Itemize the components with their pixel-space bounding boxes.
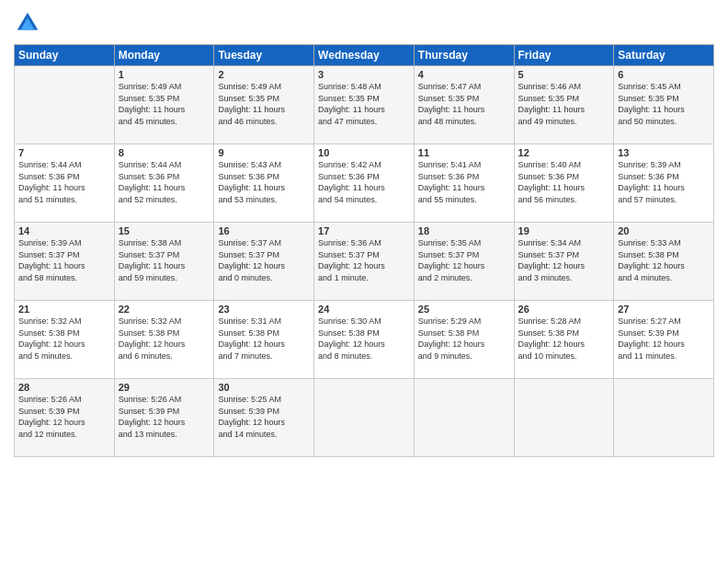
day-number: 2 xyxy=(218,69,310,80)
day-info: Sunrise: 5:29 AM Sunset: 5:38 PM Dayligh… xyxy=(418,316,510,362)
day-cell xyxy=(514,379,614,457)
day-number: 22 xyxy=(119,304,210,315)
calendar-table: SundayMondayTuesdayWednesdayThursdayFrid… xyxy=(14,44,714,457)
day-cell: 14Sunrise: 5:39 AM Sunset: 5:37 PM Dayli… xyxy=(15,223,115,301)
day-cell: 15Sunrise: 5:38 AM Sunset: 5:37 PM Dayli… xyxy=(114,223,214,301)
day-number: 21 xyxy=(18,304,110,315)
day-number: 12 xyxy=(518,147,610,158)
day-info: Sunrise: 5:42 AM Sunset: 5:36 PM Dayligh… xyxy=(318,159,410,205)
day-number: 25 xyxy=(418,304,510,315)
header-cell-monday: Monday xyxy=(114,45,214,66)
day-info: Sunrise: 5:25 AM Sunset: 5:39 PM Dayligh… xyxy=(218,394,310,440)
day-cell xyxy=(15,66,115,144)
day-cell: 18Sunrise: 5:35 AM Sunset: 5:37 PM Dayli… xyxy=(414,223,514,301)
day-cell: 7Sunrise: 5:44 AM Sunset: 5:36 PM Daylig… xyxy=(15,144,115,223)
day-info: Sunrise: 5:43 AM Sunset: 5:36 PM Dayligh… xyxy=(218,159,310,205)
header xyxy=(14,9,714,37)
day-info: Sunrise: 5:32 AM Sunset: 5:38 PM Dayligh… xyxy=(119,316,210,362)
day-number: 7 xyxy=(18,147,110,158)
day-number: 10 xyxy=(318,147,410,158)
day-number: 26 xyxy=(518,304,610,315)
day-info: Sunrise: 5:27 AM Sunset: 5:39 PM Dayligh… xyxy=(618,316,710,362)
day-cell: 22Sunrise: 5:32 AM Sunset: 5:38 PM Dayli… xyxy=(114,301,214,379)
day-number: 20 xyxy=(618,225,710,236)
day-number: 19 xyxy=(518,225,610,236)
day-info: Sunrise: 5:26 AM Sunset: 5:39 PM Dayligh… xyxy=(119,394,210,440)
day-info: Sunrise: 5:33 AM Sunset: 5:38 PM Dayligh… xyxy=(618,237,710,283)
day-info: Sunrise: 5:44 AM Sunset: 5:36 PM Dayligh… xyxy=(18,159,110,205)
week-row-1: 1Sunrise: 5:49 AM Sunset: 5:35 PM Daylig… xyxy=(15,66,714,144)
day-info: Sunrise: 5:30 AM Sunset: 5:38 PM Dayligh… xyxy=(318,316,410,362)
day-cell: 6Sunrise: 5:45 AM Sunset: 5:35 PM Daylig… xyxy=(614,66,714,144)
day-info: Sunrise: 5:38 AM Sunset: 5:37 PM Dayligh… xyxy=(119,237,210,283)
header-cell-tuesday: Tuesday xyxy=(214,45,314,66)
day-cell: 13Sunrise: 5:39 AM Sunset: 5:36 PM Dayli… xyxy=(614,144,714,223)
week-row-2: 7Sunrise: 5:44 AM Sunset: 5:36 PM Daylig… xyxy=(15,144,714,223)
day-cell: 29Sunrise: 5:26 AM Sunset: 5:39 PM Dayli… xyxy=(114,379,214,457)
day-number: 5 xyxy=(518,69,610,80)
day-number: 8 xyxy=(119,147,210,158)
day-cell: 11Sunrise: 5:41 AM Sunset: 5:36 PM Dayli… xyxy=(414,144,514,223)
day-number: 13 xyxy=(618,147,710,158)
day-info: Sunrise: 5:28 AM Sunset: 5:38 PM Dayligh… xyxy=(518,316,610,362)
day-cell xyxy=(414,379,514,457)
day-number: 14 xyxy=(18,225,110,236)
day-number: 24 xyxy=(318,304,410,315)
day-cell: 19Sunrise: 5:34 AM Sunset: 5:37 PM Dayli… xyxy=(514,223,614,301)
day-number: 6 xyxy=(618,69,710,80)
day-info: Sunrise: 5:37 AM Sunset: 5:37 PM Dayligh… xyxy=(218,237,310,283)
day-number: 17 xyxy=(318,225,410,236)
day-cell: 30Sunrise: 5:25 AM Sunset: 5:39 PM Dayli… xyxy=(214,379,314,457)
day-info: Sunrise: 5:39 AM Sunset: 5:36 PM Dayligh… xyxy=(618,159,710,205)
day-number: 16 xyxy=(218,225,310,236)
day-info: Sunrise: 5:47 AM Sunset: 5:35 PM Dayligh… xyxy=(418,81,510,127)
header-row: SundayMondayTuesdayWednesdayThursdayFrid… xyxy=(15,45,714,66)
day-number: 4 xyxy=(418,69,510,80)
day-cell: 10Sunrise: 5:42 AM Sunset: 5:36 PM Dayli… xyxy=(314,144,415,223)
week-row-5: 28Sunrise: 5:26 AM Sunset: 5:39 PM Dayli… xyxy=(15,379,714,457)
week-row-3: 14Sunrise: 5:39 AM Sunset: 5:37 PM Dayli… xyxy=(15,223,714,301)
day-info: Sunrise: 5:49 AM Sunset: 5:35 PM Dayligh… xyxy=(119,81,210,127)
day-number: 28 xyxy=(18,382,110,393)
day-cell: 24Sunrise: 5:30 AM Sunset: 5:38 PM Dayli… xyxy=(314,301,415,379)
day-number: 1 xyxy=(119,69,210,80)
day-info: Sunrise: 5:41 AM Sunset: 5:36 PM Dayligh… xyxy=(418,159,510,205)
header-cell-thursday: Thursday xyxy=(414,45,514,66)
week-row-4: 21Sunrise: 5:32 AM Sunset: 5:38 PM Dayli… xyxy=(15,301,714,379)
day-number: 23 xyxy=(218,304,310,315)
logo-icon xyxy=(14,9,41,37)
day-info: Sunrise: 5:44 AM Sunset: 5:36 PM Dayligh… xyxy=(119,159,210,205)
header-cell-saturday: Saturday xyxy=(614,45,714,66)
day-cell: 8Sunrise: 5:44 AM Sunset: 5:36 PM Daylig… xyxy=(114,144,214,223)
day-cell: 12Sunrise: 5:40 AM Sunset: 5:36 PM Dayli… xyxy=(514,144,614,223)
day-number: 29 xyxy=(119,382,210,393)
logo xyxy=(14,9,45,37)
day-info: Sunrise: 5:32 AM Sunset: 5:38 PM Dayligh… xyxy=(18,316,110,362)
day-cell xyxy=(614,379,714,457)
day-info: Sunrise: 5:46 AM Sunset: 5:35 PM Dayligh… xyxy=(518,81,610,127)
day-cell: 23Sunrise: 5:31 AM Sunset: 5:38 PM Dayli… xyxy=(214,301,314,379)
day-info: Sunrise: 5:35 AM Sunset: 5:37 PM Dayligh… xyxy=(418,237,510,283)
day-cell: 3Sunrise: 5:48 AM Sunset: 5:35 PM Daylig… xyxy=(314,66,415,144)
header-cell-friday: Friday xyxy=(514,45,614,66)
day-info: Sunrise: 5:34 AM Sunset: 5:37 PM Dayligh… xyxy=(518,237,610,283)
day-cell: 9Sunrise: 5:43 AM Sunset: 5:36 PM Daylig… xyxy=(214,144,314,223)
header-cell-wednesday: Wednesday xyxy=(314,45,415,66)
day-cell: 26Sunrise: 5:28 AM Sunset: 5:38 PM Dayli… xyxy=(514,301,614,379)
day-info: Sunrise: 5:40 AM Sunset: 5:36 PM Dayligh… xyxy=(518,159,610,205)
day-cell: 17Sunrise: 5:36 AM Sunset: 5:37 PM Dayli… xyxy=(314,223,415,301)
day-info: Sunrise: 5:48 AM Sunset: 5:35 PM Dayligh… xyxy=(318,81,410,127)
day-number: 18 xyxy=(418,225,510,236)
day-number: 15 xyxy=(119,225,210,236)
day-info: Sunrise: 5:49 AM Sunset: 5:35 PM Dayligh… xyxy=(218,81,310,127)
day-number: 9 xyxy=(218,147,310,158)
day-info: Sunrise: 5:26 AM Sunset: 5:39 PM Dayligh… xyxy=(18,394,110,440)
day-number: 11 xyxy=(418,147,510,158)
day-info: Sunrise: 5:39 AM Sunset: 5:37 PM Dayligh… xyxy=(18,237,110,283)
header-cell-sunday: Sunday xyxy=(15,45,115,66)
day-cell: 1Sunrise: 5:49 AM Sunset: 5:35 PM Daylig… xyxy=(114,66,214,144)
day-cell: 5Sunrise: 5:46 AM Sunset: 5:35 PM Daylig… xyxy=(514,66,614,144)
day-cell: 27Sunrise: 5:27 AM Sunset: 5:39 PM Dayli… xyxy=(614,301,714,379)
day-info: Sunrise: 5:31 AM Sunset: 5:38 PM Dayligh… xyxy=(218,316,310,362)
day-cell xyxy=(314,379,415,457)
